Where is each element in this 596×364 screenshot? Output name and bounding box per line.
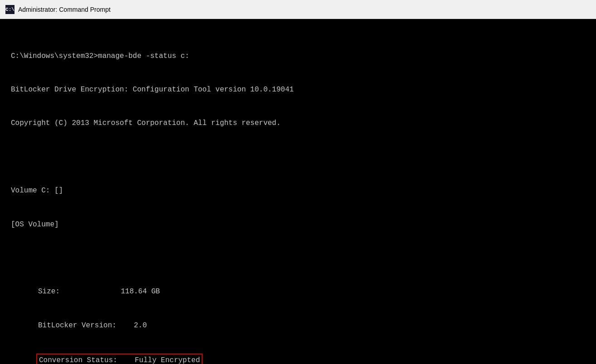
conversion-status-line: Conversion Status: Fully Encrypted: [11, 354, 585, 364]
size-line: Size: 118.64 GB: [11, 286, 585, 297]
bitlocker-version-label: BitLocker Version:: [38, 321, 116, 330]
conversion-status-highlight: Conversion Status: Fully Encrypted: [36, 354, 203, 364]
blank-line-2: [11, 253, 585, 264]
bitlocker-version-row: BitLocker Version: 2.0: [11, 320, 585, 331]
volume-line: Volume C: []: [11, 185, 585, 196]
size-label: Size:: [38, 287, 60, 296]
bitlocker-version-value: 2.0: [134, 321, 147, 330]
blank-line-1: [11, 152, 585, 163]
prompt-line: C:\Windows\system32>manage-bde -status c…: [11, 51, 585, 62]
cmd-icon: C:\: [5, 5, 15, 14]
os-volume-line: [OS Volume]: [11, 219, 585, 230]
conversion-status-label: Conversion Status:: [39, 356, 117, 364]
copyright-line: Copyright (C) 2013 Microsoft Corporation…: [11, 118, 585, 129]
size-value: 118.64 GB: [121, 287, 160, 296]
terminal-body: C:\Windows\system32>manage-bde -status c…: [0, 19, 596, 364]
bitlocker-version-line: BitLocker Drive Encryption: Configuratio…: [11, 84, 585, 96]
title-bar-text: Administrator: Command Prompt: [18, 6, 111, 13]
title-bar: C:\ Administrator: Command Prompt: [0, 0, 596, 19]
conversion-status-value: Fully Encrypted: [135, 356, 200, 364]
